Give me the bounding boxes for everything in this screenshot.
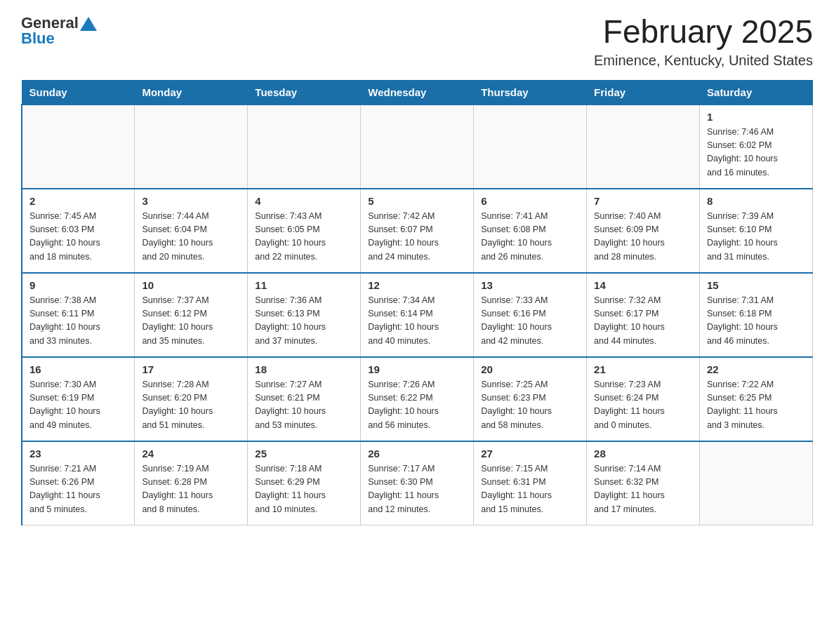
day-info: Sunrise: 7:17 AMSunset: 6:30 PMDaylight:… <box>368 462 466 517</box>
day-of-week-header: Saturday <box>700 80 813 105</box>
calendar-day-cell <box>135 105 248 189</box>
day-number: 20 <box>481 363 579 375</box>
calendar-day-cell: 7Sunrise: 7:40 AMSunset: 6:09 PMDaylight… <box>587 189 700 273</box>
day-number: 28 <box>594 448 692 459</box>
calendar-day-cell: 10Sunrise: 7:37 AMSunset: 6:12 PMDayligh… <box>135 273 248 357</box>
day-info: Sunrise: 7:28 AMSunset: 6:20 PMDaylight:… <box>142 378 240 433</box>
calendar-day-cell: 25Sunrise: 7:18 AMSunset: 6:29 PMDayligh… <box>248 441 361 525</box>
calendar-day-cell: 3Sunrise: 7:44 AMSunset: 6:04 PMDaylight… <box>135 189 248 273</box>
day-of-week-header: Wednesday <box>361 80 474 105</box>
calendar-day-cell <box>248 105 361 189</box>
logo-blue-text: Blue <box>21 29 55 48</box>
calendar-header-row: SundayMondayTuesdayWednesdayThursdayFrid… <box>22 80 813 105</box>
day-number: 21 <box>594 363 692 375</box>
calendar-day-cell <box>587 105 700 189</box>
calendar-week-row: 23Sunrise: 7:21 AMSunset: 6:26 PMDayligh… <box>22 441 813 525</box>
day-info: Sunrise: 7:38 AMSunset: 6:11 PMDaylight:… <box>29 294 127 349</box>
calendar-day-cell: 19Sunrise: 7:26 AMSunset: 6:22 PMDayligh… <box>361 357 474 441</box>
day-number: 24 <box>142 448 240 459</box>
day-number: 3 <box>142 195 240 207</box>
calendar-day-cell: 15Sunrise: 7:31 AMSunset: 6:18 PMDayligh… <box>700 273 813 357</box>
day-info: Sunrise: 7:44 AMSunset: 6:04 PMDaylight:… <box>142 210 240 264</box>
day-info: Sunrise: 7:33 AMSunset: 6:16 PMDaylight:… <box>481 294 579 349</box>
day-info: Sunrise: 7:39 AMSunset: 6:10 PMDaylight:… <box>707 210 805 264</box>
day-number: 19 <box>368 363 466 375</box>
calendar-day-cell: 23Sunrise: 7:21 AMSunset: 6:26 PMDayligh… <box>22 441 135 525</box>
calendar-day-cell: 28Sunrise: 7:14 AMSunset: 6:32 PMDayligh… <box>587 441 700 525</box>
day-info: Sunrise: 7:37 AMSunset: 6:12 PMDaylight:… <box>142 294 240 349</box>
day-info: Sunrise: 7:31 AMSunset: 6:18 PMDaylight:… <box>707 294 805 349</box>
day-of-week-header: Friday <box>587 80 700 105</box>
calendar-day-cell: 1Sunrise: 7:46 AMSunset: 6:02 PMDaylight… <box>700 105 813 189</box>
day-info: Sunrise: 7:30 AMSunset: 6:19 PMDaylight:… <box>29 378 127 433</box>
day-number: 1 <box>707 111 805 123</box>
day-info: Sunrise: 7:41 AMSunset: 6:08 PMDaylight:… <box>481 210 579 264</box>
calendar-week-row: 1Sunrise: 7:46 AMSunset: 6:02 PMDaylight… <box>22 105 813 189</box>
logo-triangle-icon <box>80 17 97 31</box>
day-number: 6 <box>481 195 579 207</box>
day-number: 27 <box>481 448 579 459</box>
day-info: Sunrise: 7:18 AMSunset: 6:29 PMDaylight:… <box>255 462 353 517</box>
calendar-day-cell: 13Sunrise: 7:33 AMSunset: 6:16 PMDayligh… <box>474 273 587 357</box>
calendar-day-cell: 21Sunrise: 7:23 AMSunset: 6:24 PMDayligh… <box>587 357 700 441</box>
day-info: Sunrise: 7:27 AMSunset: 6:21 PMDaylight:… <box>255 378 353 433</box>
day-number: 11 <box>255 279 353 291</box>
day-number: 8 <box>707 195 805 207</box>
day-info: Sunrise: 7:36 AMSunset: 6:13 PMDaylight:… <box>255 294 353 349</box>
day-info: Sunrise: 7:46 AMSunset: 6:02 PMDaylight:… <box>707 126 805 180</box>
calendar-day-cell: 22Sunrise: 7:22 AMSunset: 6:25 PMDayligh… <box>700 357 813 441</box>
day-info: Sunrise: 7:14 AMSunset: 6:32 PMDaylight:… <box>594 462 692 517</box>
calendar-day-cell: 12Sunrise: 7:34 AMSunset: 6:14 PMDayligh… <box>361 273 474 357</box>
calendar-day-cell: 8Sunrise: 7:39 AMSunset: 6:10 PMDaylight… <box>700 189 813 273</box>
day-number: 22 <box>707 363 805 375</box>
day-info: Sunrise: 7:34 AMSunset: 6:14 PMDaylight:… <box>368 294 466 349</box>
day-number: 4 <box>255 195 353 207</box>
calendar-day-cell: 14Sunrise: 7:32 AMSunset: 6:17 PMDayligh… <box>587 273 700 357</box>
calendar-day-cell: 17Sunrise: 7:28 AMSunset: 6:20 PMDayligh… <box>135 357 248 441</box>
calendar-day-cell <box>361 105 474 189</box>
location-title: Eminence, Kentucky, United States <box>594 53 813 69</box>
day-number: 12 <box>368 279 466 291</box>
day-number: 23 <box>29 448 127 459</box>
calendar-day-cell: 2Sunrise: 7:45 AMSunset: 6:03 PMDaylight… <box>22 189 135 273</box>
calendar-week-row: 16Sunrise: 7:30 AMSunset: 6:19 PMDayligh… <box>22 357 813 441</box>
day-number: 17 <box>142 363 240 375</box>
svg-marker-0 <box>80 17 97 31</box>
day-number: 10 <box>142 279 240 291</box>
calendar-day-cell: 20Sunrise: 7:25 AMSunset: 6:23 PMDayligh… <box>474 357 587 441</box>
day-number: 2 <box>29 195 127 207</box>
day-info: Sunrise: 7:43 AMSunset: 6:05 PMDaylight:… <box>255 210 353 264</box>
day-number: 26 <box>368 448 466 459</box>
day-info: Sunrise: 7:15 AMSunset: 6:31 PMDaylight:… <box>481 462 579 517</box>
day-of-week-header: Monday <box>135 80 248 105</box>
calendar-day-cell: 24Sunrise: 7:19 AMSunset: 6:28 PMDayligh… <box>135 441 248 525</box>
calendar-day-cell <box>474 105 587 189</box>
day-number: 7 <box>594 195 692 207</box>
calendar-table: SundayMondayTuesdayWednesdayThursdayFrid… <box>21 80 813 526</box>
calendar-day-cell: 5Sunrise: 7:42 AMSunset: 6:07 PMDaylight… <box>361 189 474 273</box>
day-number: 9 <box>29 279 127 291</box>
day-of-week-header: Thursday <box>474 80 587 105</box>
day-number: 13 <box>481 279 579 291</box>
calendar-day-cell: 6Sunrise: 7:41 AMSunset: 6:08 PMDaylight… <box>474 189 587 273</box>
day-number: 5 <box>368 195 466 207</box>
logo: General Blue <box>21 14 97 48</box>
day-of-week-header: Tuesday <box>248 80 361 105</box>
calendar-day-cell: 26Sunrise: 7:17 AMSunset: 6:30 PMDayligh… <box>361 441 474 525</box>
day-number: 14 <box>594 279 692 291</box>
calendar-week-row: 2Sunrise: 7:45 AMSunset: 6:03 PMDaylight… <box>22 189 813 273</box>
calendar-week-row: 9Sunrise: 7:38 AMSunset: 6:11 PMDaylight… <box>22 273 813 357</box>
page-header: General Blue February 2025 Eminence, Ken… <box>21 14 813 69</box>
day-info: Sunrise: 7:40 AMSunset: 6:09 PMDaylight:… <box>594 210 692 264</box>
calendar-day-cell: 9Sunrise: 7:38 AMSunset: 6:11 PMDaylight… <box>22 273 135 357</box>
calendar-day-cell: 18Sunrise: 7:27 AMSunset: 6:21 PMDayligh… <box>248 357 361 441</box>
month-title: February 2025 <box>594 14 813 50</box>
calendar-day-cell: 27Sunrise: 7:15 AMSunset: 6:31 PMDayligh… <box>474 441 587 525</box>
day-of-week-header: Sunday <box>22 80 135 105</box>
day-number: 15 <box>707 279 805 291</box>
day-info: Sunrise: 7:26 AMSunset: 6:22 PMDaylight:… <box>368 378 466 433</box>
day-info: Sunrise: 7:19 AMSunset: 6:28 PMDaylight:… <box>142 462 240 517</box>
calendar-day-cell: 11Sunrise: 7:36 AMSunset: 6:13 PMDayligh… <box>248 273 361 357</box>
calendar-day-cell <box>700 441 813 525</box>
calendar-day-cell <box>22 105 135 189</box>
